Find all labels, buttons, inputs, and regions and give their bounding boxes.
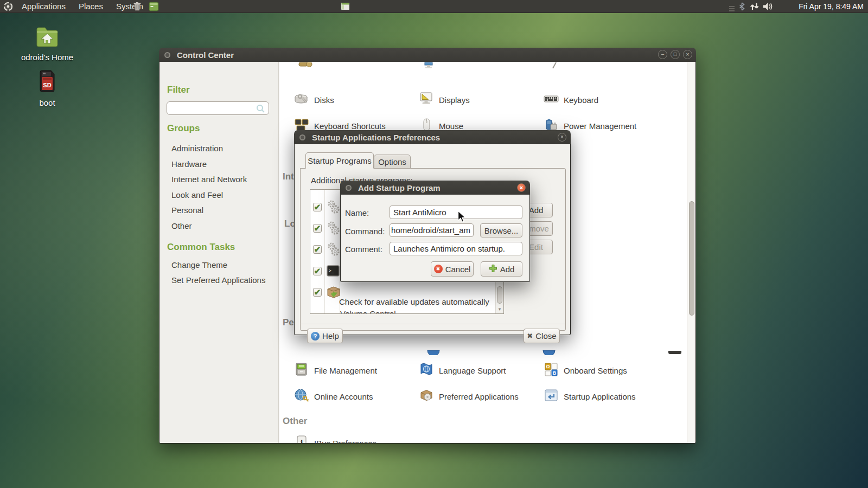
- startup-row-label: Check for available updates automaticall…: [339, 297, 489, 306]
- cc-item-disks[interactable]: Disks: [294, 92, 334, 108]
- common-tasks-heading: Common Tasks: [167, 242, 235, 253]
- window-title: Add Startup Program: [358, 183, 441, 192]
- add-dialog-body: Name: Command: home/odroid/start_am Brow…: [340, 195, 530, 282]
- cc-item-label: Displays: [439, 95, 470, 105]
- desktop-icon-label: odroid's Home: [15, 53, 80, 62]
- add-button[interactable]: Add: [481, 261, 522, 277]
- cc-item-online-accounts[interactable]: Online Accounts: [294, 388, 373, 404]
- button-label: Help: [322, 331, 339, 341]
- cc-item-label: Keyboard Shortcuts: [314, 121, 386, 131]
- clock[interactable]: Fri Apr 19, 8:49 AM: [799, 0, 864, 13]
- comment-input[interactable]: [390, 242, 522, 255]
- filter-heading: Filter: [167, 85, 190, 95]
- desktop-icon-label: boot: [15, 98, 80, 107]
- browse-button[interactable]: Browse...: [480, 223, 522, 237]
- ibus-icon: i: [294, 434, 309, 443]
- list-scrollbar-thumb[interactable]: [497, 286, 502, 304]
- window-icon: [299, 134, 305, 140]
- close-button[interactable]: ×: [558, 133, 566, 142]
- sidebar-item-administration[interactable]: Administration: [171, 144, 223, 153]
- sidebar-item-internet[interactable]: Internet and Network: [171, 175, 247, 184]
- clipped-icon: [547, 62, 560, 72]
- groups-heading: Groups: [167, 123, 200, 134]
- close-button[interactable]: ×: [683, 50, 692, 59]
- checkbox-checked[interactable]: ✔: [313, 288, 322, 297]
- clipped-icon: [667, 348, 682, 357]
- volume-icon[interactable]: [763, 2, 775, 13]
- cc-item-label: IBus Preferences: [314, 439, 376, 444]
- comment-label: Comment:: [345, 245, 382, 254]
- cc-item-label: Power Management: [564, 121, 636, 131]
- checkbox-checked[interactable]: ✔: [313, 224, 322, 233]
- add-plus-icon: [489, 264, 497, 274]
- sidebar-item-personal[interactable]: Personal: [171, 206, 203, 215]
- cc-scrollbar-thumb[interactable]: [689, 201, 694, 316]
- button-label: Cancel: [445, 265, 471, 274]
- keyboard-icon: [544, 91, 559, 108]
- menu-applications[interactable]: Applications: [15, 0, 72, 13]
- sidebar-item-look[interactable]: Look and Feel: [171, 190, 223, 200]
- cc-item-onboard-settings[interactable]: OB Onboard Settings: [544, 362, 627, 378]
- cc-item-startup-applications[interactable]: Startup Applications: [544, 388, 636, 404]
- task-change-theme[interactable]: Change Theme: [171, 260, 227, 269]
- svg-text:SD: SD: [43, 82, 51, 88]
- menu-system[interactable]: System: [110, 0, 150, 13]
- gears-icon: [326, 220, 340, 239]
- clipped-icon: [542, 348, 556, 357]
- cc-item-ibus-preferences[interactable]: i IBus Preferences: [294, 435, 376, 443]
- section-heading-other: Other: [283, 416, 307, 427]
- trash-applet-icon[interactable]: [132, 1, 143, 14]
- cc-item-displays[interactable]: Displays: [419, 92, 470, 108]
- help-button[interactable]: ? Help: [307, 329, 343, 343]
- cc-scrollbar[interactable]: [687, 62, 695, 443]
- indicator-menu-icon[interactable]: [729, 4, 735, 14]
- svg-text:O: O: [546, 364, 550, 369]
- checkbox-checked[interactable]: ✔: [313, 267, 322, 275]
- startup-prefs-titlebar[interactable]: Startup Applications Preferences ×: [294, 130, 571, 144]
- network-arrows-icon[interactable]: [750, 3, 760, 12]
- menu-places[interactable]: Places: [72, 0, 110, 13]
- mate-menu-icon[interactable]: [3, 2, 13, 14]
- scroll-down-arrow[interactable]: ▾: [496, 305, 503, 313]
- tab-options[interactable]: Options: [374, 155, 411, 169]
- window-icon: [346, 185, 352, 191]
- desktop-icon-boot[interactable]: SD boot: [15, 69, 80, 107]
- cc-item-label: File Management: [314, 366, 377, 375]
- close-x-icon: ✖: [527, 332, 533, 340]
- checkbox-checked[interactable]: ✔: [313, 203, 322, 211]
- file-management-icon: [294, 362, 309, 379]
- window-title: Control Center: [177, 50, 234, 60]
- cc-item-keyboard[interactable]: Keyboard: [544, 92, 598, 108]
- cc-item-label: Online Accounts: [314, 392, 373, 401]
- add-dialog-titlebar[interactable]: Add Startup Program ×: [340, 181, 530, 195]
- bluetooth-icon[interactable]: [739, 2, 745, 13]
- top-panel: Applications Places System Fri Apr 19, 8…: [0, 0, 868, 13]
- filter-search-input[interactable]: [167, 101, 269, 115]
- control-center-titlebar[interactable]: Control Center − □ ×: [159, 48, 696, 62]
- terminal-applet-icon[interactable]: [149, 2, 159, 14]
- close-button[interactable]: ×: [517, 183, 526, 192]
- online-accounts-icon: [294, 388, 309, 405]
- cc-item-preferred-applications[interactable]: Preferred Applications: [419, 388, 519, 404]
- cc-item-language-support[interactable]: Language Support: [419, 362, 506, 378]
- cc-item-label: Startup Applications: [564, 392, 636, 401]
- tab-startup-programs[interactable]: Startup Programs: [305, 152, 374, 169]
- cancel-button[interactable]: ✖ Cancel: [431, 261, 474, 277]
- displays-icon: [419, 91, 434, 108]
- cc-item-file-management[interactable]: File Management: [294, 362, 377, 378]
- checkbox-checked[interactable]: ✔: [313, 245, 322, 254]
- help-icon: ?: [311, 332, 320, 341]
- window-list-item-icon[interactable]: [341, 2, 350, 12]
- close-dialog-button[interactable]: ✖ Close: [524, 329, 560, 343]
- cc-item-label: Disks: [314, 95, 334, 105]
- task-set-preferred-apps[interactable]: Set Preferred Applications: [171, 275, 265, 285]
- name-input[interactable]: [390, 206, 522, 219]
- desktop-icon-home[interactable]: odroid's Home: [15, 25, 80, 62]
- preferred-applications-icon: [419, 388, 434, 405]
- minimize-button[interactable]: −: [658, 50, 667, 59]
- command-label: Command:: [345, 227, 385, 236]
- maximize-button[interactable]: □: [671, 50, 680, 59]
- cc-sidebar: Filter Groups Administration Hardware In…: [159, 62, 279, 443]
- sidebar-item-hardware[interactable]: Hardware: [171, 159, 207, 169]
- sidebar-item-other[interactable]: Other: [171, 221, 192, 230]
